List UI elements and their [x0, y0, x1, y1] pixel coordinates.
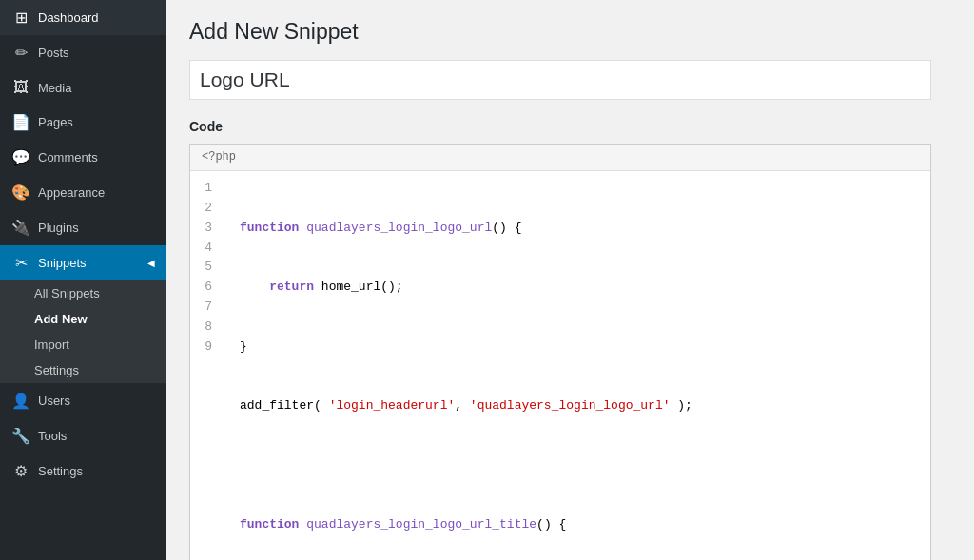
- snippets-icon: ✂: [11, 254, 30, 272]
- posts-icon: ✏: [11, 44, 30, 62]
- sidebar-item-label: Plugins: [38, 221, 79, 235]
- dashboard-icon: ⊞: [11, 9, 30, 27]
- tools-icon: 🔧: [11, 427, 30, 445]
- sidebar-item-dashboard[interactable]: ⊞ Dashboard: [0, 0, 166, 35]
- sidebar-item-plugins[interactable]: 🔌 Plugins: [0, 210, 166, 245]
- sidebar-item-label: Settings: [38, 464, 83, 478]
- sidebar-item-media[interactable]: 🖼 Media: [0, 70, 166, 105]
- submenu-all-snippets[interactable]: All Snippets: [0, 280, 166, 306]
- sidebar-item-label: Comments: [38, 150, 98, 164]
- sidebar-item-comments[interactable]: 💬 Comments: [0, 140, 166, 175]
- page-title: Add New Snippet: [189, 19, 951, 45]
- plugins-icon: 🔌: [11, 219, 30, 237]
- submenu-import[interactable]: Import: [0, 332, 166, 357]
- media-icon: 🖼: [11, 79, 30, 96]
- submenu-add-new[interactable]: Add New: [0, 306, 166, 332]
- sidebar-item-pages[interactable]: 📄 Pages: [0, 105, 166, 140]
- sidebar-item-label: Pages: [38, 115, 73, 129]
- sidebar-item-snippets[interactable]: ✂ Snippets ◀: [0, 245, 166, 280]
- sidebar-item-settings[interactable]: ⚙ Settings: [0, 454, 166, 489]
- chevron-right-icon: ◀: [147, 258, 155, 268]
- appearance-icon: 🎨: [11, 183, 30, 202]
- users-icon: 👤: [11, 392, 30, 410]
- comments-icon: 💬: [11, 148, 30, 166]
- sidebar-item-tools[interactable]: 🔧 Tools: [0, 418, 166, 454]
- code-body: 1 2 3 4 5 6 7 8 9 function quadlayers_lo…: [190, 171, 930, 560]
- sidebar-item-label: Appearance: [38, 185, 105, 200]
- snippets-submenu: All Snippets Add New Import Settings: [0, 280, 166, 383]
- sidebar-item-appearance[interactable]: 🎨 Appearance: [0, 175, 166, 210]
- sidebar-item-label: Posts: [38, 46, 69, 60]
- line-numbers: 1 2 3 4 5 6 7 8 9: [190, 179, 224, 560]
- settings-icon: ⚙: [11, 462, 30, 480]
- pages-icon: 📄: [11, 113, 30, 131]
- main-content: Add New Snippet Code <?php 1 2 3 4 5 6 7…: [166, 0, 974, 560]
- sidebar-item-posts[interactable]: ✏ Posts: [0, 35, 166, 70]
- submenu-settings[interactable]: Settings: [0, 357, 166, 383]
- sidebar-item-label: Media: [38, 81, 71, 95]
- code-editor[interactable]: <?php 1 2 3 4 5 6 7 8 9 function quadlay…: [189, 144, 931, 560]
- sidebar-item-label: Snippets: [38, 256, 87, 270]
- sidebar: ⊞ Dashboard ✏ Posts 🖼 Media 📄 Pages 💬 Co…: [0, 0, 166, 560]
- sidebar-item-users[interactable]: 👤 Users: [0, 383, 166, 418]
- code-section-label: Code: [189, 119, 951, 134]
- sidebar-item-label: Dashboard: [38, 10, 99, 25]
- sidebar-item-label: Users: [38, 394, 70, 408]
- snippet-name-input[interactable]: [189, 60, 931, 100]
- code-header: <?php: [190, 145, 930, 171]
- sidebar-item-label: Tools: [38, 429, 67, 443]
- code-lines: function quadlayers_login_logo_url() { r…: [224, 179, 767, 560]
